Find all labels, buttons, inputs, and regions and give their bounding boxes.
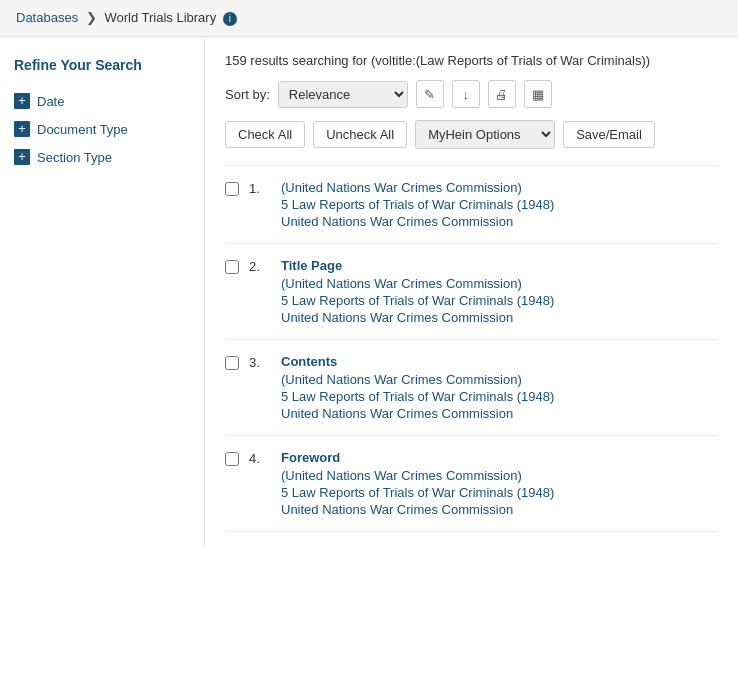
check-all-button[interactable]: Check All	[225, 121, 305, 148]
result-num-3: 3.	[249, 355, 271, 370]
sidebar-item-section-type-label: Section Type	[37, 150, 112, 165]
sort-select[interactable]: Relevance Date Title	[278, 81, 408, 108]
grid-icon-button[interactable]: ▦	[524, 80, 552, 108]
main-layout: Refine Your Search + Date + Document Typ…	[0, 37, 738, 548]
result-num-1: 1.	[249, 181, 271, 196]
result-publisher-3[interactable]: United Nations War Crimes Commission	[281, 406, 718, 421]
breadcrumb-chevron: ❯	[86, 10, 97, 25]
sidebar-item-date-label: Date	[37, 94, 64, 109]
result-checkbox-1[interactable]	[225, 182, 239, 196]
result-item: 1. (United Nations War Crimes Commission…	[225, 165, 718, 243]
results-list: 1. (United Nations War Crimes Commission…	[225, 165, 718, 532]
breadcrumb: Databases ❯ World Trials Library i	[0, 0, 738, 37]
result-journal-2[interactable]: 5 Law Reports of Trials of War Criminals…	[281, 293, 718, 308]
result-body-2: Title Page (United Nations War Crimes Co…	[281, 258, 718, 325]
sidebar-item-section-type[interactable]: + Section Type	[14, 143, 190, 171]
uncheck-all-button[interactable]: Uncheck All	[313, 121, 407, 148]
content-area: 159 results searching for (voltitle:(Law…	[205, 37, 738, 548]
sidebar: Refine Your Search + Date + Document Typ…	[0, 37, 205, 548]
result-checkbox-2[interactable]	[225, 260, 239, 274]
breadcrumb-current: World Trials Library	[104, 10, 216, 25]
save-email-button[interactable]: Save/Email	[563, 121, 655, 148]
results-count: 159	[225, 53, 247, 68]
result-publisher-4[interactable]: United Nations War Crimes Commission	[281, 502, 718, 517]
info-icon[interactable]: i	[223, 12, 237, 26]
sidebar-title: Refine Your Search	[14, 57, 190, 73]
sidebar-item-document-type-label: Document Type	[37, 122, 128, 137]
result-checkbox-3[interactable]	[225, 356, 239, 370]
sort-bar: Sort by: Relevance Date Title ✎ ↓ 🖨 ▦	[225, 80, 718, 108]
result-sub-3[interactable]: (United Nations War Crimes Commission)	[281, 372, 718, 387]
result-body-3: Contents (United Nations War Crimes Comm…	[281, 354, 718, 421]
results-search-text: results searching for (voltitle:(Law Rep…	[250, 53, 650, 68]
result-body-1: (United Nations War Crimes Commission) 5…	[281, 180, 718, 229]
results-header: 159 results searching for (voltitle:(Law…	[225, 53, 718, 68]
result-num-2: 2.	[249, 259, 271, 274]
result-sub-1[interactable]: (United Nations War Crimes Commission)	[281, 180, 718, 195]
sidebar-item-document-type[interactable]: + Document Type	[14, 115, 190, 143]
result-title-2[interactable]: Title Page	[281, 258, 718, 273]
result-title-3[interactable]: Contents	[281, 354, 718, 369]
result-journal-3[interactable]: 5 Law Reports of Trials of War Criminals…	[281, 389, 718, 404]
result-num-4: 4.	[249, 451, 271, 466]
result-publisher-2[interactable]: United Nations War Crimes Commission	[281, 310, 718, 325]
sort-order-button[interactable]: ↓	[452, 80, 480, 108]
sort-label: Sort by:	[225, 87, 270, 102]
result-journal-1[interactable]: 5 Law Reports of Trials of War Criminals…	[281, 197, 718, 212]
result-publisher-1[interactable]: United Nations War Crimes Commission	[281, 214, 718, 229]
action-bar: Check All Uncheck All MyHein Options Sav…	[225, 120, 718, 149]
print-icon-button[interactable]: 🖨	[488, 80, 516, 108]
result-body-4: Foreword (United Nations War Crimes Comm…	[281, 450, 718, 517]
document-type-expand-icon: +	[14, 121, 30, 137]
result-sub-2[interactable]: (United Nations War Crimes Commission)	[281, 276, 718, 291]
result-sub-4[interactable]: (United Nations War Crimes Commission)	[281, 468, 718, 483]
breadcrumb-databases-link[interactable]: Databases	[16, 10, 78, 25]
result-item: 2. Title Page (United Nations War Crimes…	[225, 243, 718, 339]
result-title-4[interactable]: Foreword	[281, 450, 718, 465]
myhein-options-select[interactable]: MyHein Options	[415, 120, 555, 149]
result-journal-4[interactable]: 5 Law Reports of Trials of War Criminals…	[281, 485, 718, 500]
edit-icon-button[interactable]: ✎	[416, 80, 444, 108]
result-checkbox-4[interactable]	[225, 452, 239, 466]
result-item: 3. Contents (United Nations War Crimes C…	[225, 339, 718, 435]
section-type-expand-icon: +	[14, 149, 30, 165]
sidebar-item-date[interactable]: + Date	[14, 87, 190, 115]
date-expand-icon: +	[14, 93, 30, 109]
result-item: 4. Foreword (United Nations War Crimes C…	[225, 435, 718, 532]
